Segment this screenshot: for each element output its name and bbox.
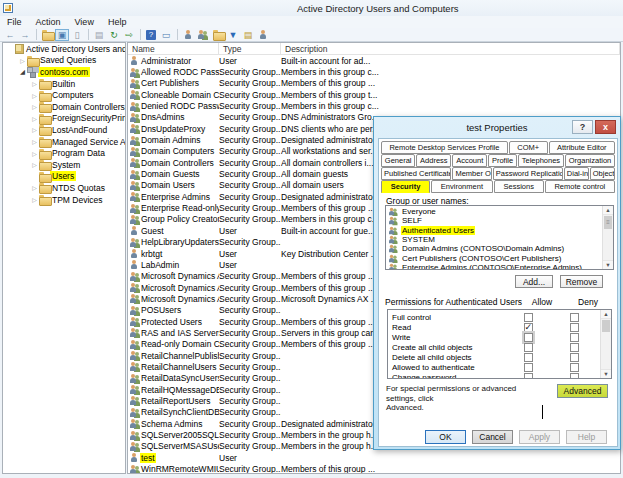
group-or-user-names-list[interactable]: EveryoneSELFAuthenticated UsersSYSTEMDom… xyxy=(385,205,614,270)
advanced-button[interactable]: Advanced xyxy=(557,384,608,398)
table-row[interactable]: Cert PublishersSecurity Group...Members … xyxy=(128,78,620,89)
tree-item-saved-queries[interactable]: ▷Saved Queries xyxy=(3,55,125,67)
tree-item-builtin[interactable]: ▷Builtin xyxy=(3,78,125,90)
table-row[interactable]: Allowed RODC Password ...Security Group.… xyxy=(128,66,620,77)
list-item-cert-publishers-contoso-cert-publishers[interactable]: Cert Publishers (CONTOSO\Cert Publishers… xyxy=(386,253,602,262)
remove-button[interactable]: Remove xyxy=(560,275,603,288)
cancel-button[interactable]: Cancel xyxy=(472,430,513,444)
tab-profile[interactable]: Profile xyxy=(488,154,517,167)
tree-item-ntds-quotas[interactable]: ▷NTDS Quotas xyxy=(3,182,125,194)
export-list-icon[interactable]: ▤ xyxy=(92,29,106,41)
properties-icon[interactable]: ▣ xyxy=(55,29,69,41)
tree-item-program-data[interactable]: ▷Program Data xyxy=(3,147,125,159)
tree-item-contoso-com[interactable]: ◢contoso.com xyxy=(3,66,125,78)
column-header-description[interactable]: Description xyxy=(281,43,620,54)
back-icon[interactable]: ← xyxy=(3,29,17,41)
allow-checkbox[interactable] xyxy=(524,363,533,372)
dialog-help-button[interactable]: ? xyxy=(572,120,593,134)
up-one-level-icon[interactable] xyxy=(40,29,54,41)
deny-checkbox[interactable] xyxy=(570,373,579,380)
deny-checkbox[interactable] xyxy=(570,363,579,372)
clipboard-icon[interactable]: ▯ xyxy=(70,29,84,41)
allow-checkbox[interactable] xyxy=(524,313,533,322)
forward-icon[interactable]: → xyxy=(18,29,32,41)
tab-account[interactable]: Account xyxy=(452,154,487,167)
list-item-enterprise-admins-contoso-enterprise-admins[interactable]: Enterprise Admins (CONTOSO\Enterprise Ad… xyxy=(386,263,602,270)
tab-security[interactable]: Security xyxy=(381,180,430,193)
tree-item-lostandfound[interactable]: ▷LostAndFound xyxy=(3,124,125,136)
ok-button[interactable]: OK xyxy=(425,430,466,444)
tree-item-managed-service-accour[interactable]: ▷Managed Service Accour xyxy=(3,136,125,148)
expander-collapsed-icon[interactable]: ▷ xyxy=(30,196,39,203)
expander-collapsed-icon[interactable]: ▷ xyxy=(18,57,27,64)
menu-view[interactable]: View xyxy=(68,16,101,27)
list-item-domain-admins-contoso-domain-admins[interactable]: Domain Admins (CONTOSO\Domain Admins) xyxy=(386,244,602,253)
menu-action[interactable]: Action xyxy=(29,16,68,27)
tree-item-active-directory-users-and-com[interactable]: Active Directory Users and Com xyxy=(3,43,125,55)
expander-collapsed-icon[interactable]: ▷ xyxy=(30,161,39,168)
list-item-self[interactable]: SELF xyxy=(386,216,602,225)
tab-environment[interactable]: Environment xyxy=(431,180,493,193)
permissions-list[interactable]: Full controlReadWriteCreate all child ob… xyxy=(387,309,612,379)
expander-collapsed-icon[interactable]: ▷ xyxy=(30,138,39,145)
column-header-name[interactable]: Name xyxy=(128,43,219,54)
tab-dial-in[interactable]: Dial-in xyxy=(564,167,589,180)
scroll-up-icon[interactable]: ▲ xyxy=(603,206,613,215)
deny-checkbox[interactable] xyxy=(570,343,579,352)
task-icon[interactable]: ▤ xyxy=(241,29,255,41)
allow-checkbox[interactable] xyxy=(524,353,533,362)
expander-collapsed-icon[interactable]: ▷ xyxy=(30,126,39,133)
tab-attribute-editor[interactable]: Attribute Editor xyxy=(549,141,615,154)
deny-checkbox[interactable] xyxy=(570,323,579,332)
expander-collapsed-icon[interactable]: ▷ xyxy=(30,115,39,122)
table-row[interactable]: testUser xyxy=(128,452,620,463)
allow-checkbox[interactable] xyxy=(524,323,533,332)
menu-file[interactable]: File xyxy=(0,16,29,27)
add-button[interactable]: Add... xyxy=(515,275,553,288)
expander-collapsed-icon[interactable]: ▷ xyxy=(30,184,39,191)
help-button[interactable]: Help xyxy=(566,430,607,444)
tab-general[interactable]: General xyxy=(381,154,415,167)
table-row[interactable]: Denied RODC Password R...Security Group.… xyxy=(128,100,620,111)
find-user-icon[interactable] xyxy=(256,29,270,41)
apply-button[interactable]: Apply xyxy=(519,430,560,444)
create-group-icon[interactable] xyxy=(196,29,210,41)
allow-checkbox[interactable] xyxy=(524,343,533,352)
expander-collapsed-icon[interactable]: ▷ xyxy=(30,92,39,99)
tree-item-computers[interactable]: ▷Computers xyxy=(3,89,125,101)
tree-item-domain-controllers[interactable]: ▷Domain Controllers xyxy=(3,101,125,113)
tab-telephones[interactable]: Telephones xyxy=(518,154,564,167)
tab-member-of[interactable]: Member Of xyxy=(452,167,491,180)
allow-checkbox[interactable] xyxy=(524,333,533,342)
column-header-type[interactable]: Type xyxy=(219,43,281,54)
export-icon[interactable]: ⇨ xyxy=(122,29,136,41)
scrollbar-thumb[interactable]: ≡ xyxy=(604,216,612,229)
list-item-everyone[interactable]: Everyone xyxy=(386,207,602,216)
table-row[interactable]: Cloneable Domain Contr...Security Group.… xyxy=(128,89,620,100)
scroll-down-icon[interactable]: ▼ xyxy=(601,369,611,378)
tree-item-system[interactable]: ▷System xyxy=(3,159,125,171)
list-item-system[interactable]: SYSTEM xyxy=(386,235,602,244)
help-icon[interactable]: ? xyxy=(144,29,158,41)
tab-remote-control[interactable]: Remote control xyxy=(545,180,615,193)
deny-checkbox[interactable] xyxy=(570,353,579,362)
tree-item-foreignsecurityprincipal[interactable]: ▷ForeignSecurityPrincipal: xyxy=(3,113,125,125)
tab-password-replication[interactable]: Password Replication xyxy=(493,167,563,180)
scroll-up-icon[interactable]: ▲ xyxy=(601,310,611,319)
deny-checkbox[interactable] xyxy=(570,313,579,322)
filter-icon[interactable]: ▼ xyxy=(226,29,240,41)
deny-checkbox[interactable] xyxy=(570,333,579,342)
tree-item-users[interactable]: Users xyxy=(3,171,125,183)
scrollbar-thumb[interactable] xyxy=(602,320,610,332)
table-row[interactable]: WinRMRemoteWMIUsers__Security Group...Me… xyxy=(128,463,620,474)
tab-published-certificates[interactable]: Published Certificates xyxy=(381,167,451,180)
allow-checkbox[interactable] xyxy=(524,373,533,380)
create-user-icon[interactable] xyxy=(181,29,195,41)
expander-collapsed-icon[interactable]: ▷ xyxy=(30,103,39,110)
expander-collapsed-icon[interactable]: ▷ xyxy=(30,80,39,87)
show-window-icon[interactable]: ▭ xyxy=(159,29,173,41)
expander-expanded-icon[interactable]: ◢ xyxy=(18,68,27,76)
tab-remote-desktop-services-profile[interactable]: Remote Desktop Services Profile xyxy=(381,141,508,154)
list-item-authenticated-users[interactable]: Authenticated Users xyxy=(386,226,602,235)
tab-sessions[interactable]: Sessions xyxy=(494,180,544,193)
